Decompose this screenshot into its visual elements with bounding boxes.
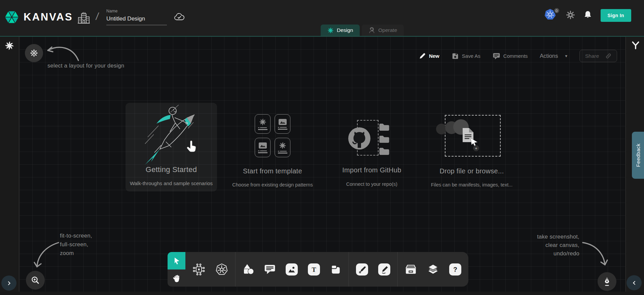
pen-tool[interactable] [356, 263, 368, 276]
cloud-saved-icon [174, 13, 185, 23]
bottom-strip [0, 292, 644, 295]
design-name-input[interactable] [106, 15, 167, 25]
getting-started-title: Getting Started [126, 165, 217, 174]
meshery-spiral-icon[interactable] [5, 41, 14, 50]
save-as-label: Save As [462, 53, 480, 59]
help-tool[interactable]: ? [449, 263, 461, 276]
image-icon [258, 142, 267, 149]
save-floppy-icon [452, 52, 459, 60]
name-label: Name [106, 9, 167, 13]
screenshot-hint-text: take screenshot, clear canvas, undo/redo [537, 233, 579, 258]
template-subtitle: Choose from existing design patterns [222, 182, 323, 187]
github-octocat-icon [348, 127, 371, 150]
screenshot-hint-arrow [581, 240, 609, 269]
layout-asterisk-icon [30, 49, 38, 57]
kanvas-app: KANVAS / Name [0, 0, 644, 295]
tab-operate[interactable]: Operate [362, 25, 404, 36]
brand-logo[interactable]: KANVAS [4, 9, 73, 25]
comments-button[interactable]: Comments [493, 52, 528, 60]
design-spiral-icon [327, 27, 334, 34]
pan-tool-button[interactable] [168, 269, 185, 287]
brand-name: KANVAS [24, 11, 73, 23]
tab-design-label: Design [337, 27, 353, 33]
expand-right-panel-button[interactable] [627, 275, 642, 290]
select-arrow-icon [173, 257, 181, 265]
kanvas-hexagon-icon [4, 9, 20, 25]
image-tool[interactable] [286, 263, 298, 276]
drop-title: Drop file or browse... [425, 167, 519, 175]
pencil-new-icon [419, 52, 426, 59]
new-button[interactable]: New [419, 52, 439, 59]
feedback-label: Feedback [635, 143, 641, 167]
header-right-cluster: 0 [544, 8, 631, 23]
note-tool[interactable] [330, 264, 342, 275]
start-from-template-card[interactable]: Start from template Choose from existing… [222, 114, 323, 193]
actions-dropdown[interactable]: Actions ▾ [540, 53, 567, 59]
pen-nib-icon [602, 276, 612, 287]
getting-started-card[interactable]: Getting Started Walk-throughs and sample… [126, 103, 217, 192]
share-label: Share [585, 53, 599, 59]
template-tile [255, 114, 271, 134]
zoom-controls-button[interactable] [26, 271, 45, 290]
layout-hint-text: select a layout for your design [47, 62, 124, 69]
kubernetes-context-button[interactable]: 0 [544, 8, 557, 23]
whiteboard-actions-button[interactable] [598, 272, 616, 291]
shapes-tool[interactable] [243, 264, 254, 275]
template-tiles [255, 114, 290, 157]
settings-gear-icon[interactable] [566, 10, 575, 21]
svg-text:?: ? [453, 265, 457, 273]
pencil-tool[interactable] [378, 263, 390, 276]
svg-text:T: T [312, 266, 316, 273]
text-tool[interactable]: T [308, 263, 320, 276]
drop-subtitle: Files can be manifests, images, text... [425, 182, 519, 187]
merge-y-icon[interactable] [631, 41, 640, 50]
expand-left-panel-button[interactable] [1, 276, 16, 291]
select-tool-button[interactable] [168, 252, 185, 269]
caret-down-icon: ▾ [565, 53, 567, 58]
notifications-bell-icon[interactable] [584, 10, 592, 20]
github-title: Import from GitHub [323, 166, 421, 174]
save-as-button[interactable]: Save As [452, 52, 480, 60]
organization-icon[interactable] [77, 11, 90, 26]
folder-icon [379, 123, 390, 132]
operate-headset-icon [368, 27, 375, 34]
spiral-icon [259, 118, 266, 126]
comment-tool[interactable] [264, 264, 276, 275]
layout-button[interactable] [25, 44, 43, 62]
breadcrumb-slash: / [95, 11, 100, 22]
drawer-tool[interactable] [405, 264, 417, 275]
tab-design[interactable]: Design [321, 25, 360, 36]
feedback-tab[interactable]: Feedback [632, 132, 644, 179]
share-button[interactable]: Share [579, 50, 617, 62]
comments-icon [493, 52, 500, 60]
image-icon [278, 119, 287, 125]
plus-badge-icon: + [473, 145, 479, 151]
pointer-tools [168, 252, 185, 287]
header-divider [0, 36, 644, 37]
folder-icon [379, 135, 390, 144]
template-title: Start from template [222, 167, 323, 175]
sign-in-button[interactable]: Sign In [601, 9, 631, 22]
chevron-right-icon [6, 281, 12, 286]
template-tile [275, 114, 290, 134]
zoom-hint-arrow [32, 240, 62, 271]
layout-hint-arrow [43, 40, 82, 64]
left-sidebar [0, 37, 19, 292]
tool-dock: T [168, 252, 468, 287]
integrations-tool[interactable] [192, 263, 205, 276]
spiral-icon [279, 142, 286, 149]
kubernetes-tool[interactable] [215, 263, 228, 276]
design-name-field: Name [106, 9, 167, 25]
drop-file-card[interactable]: + Drop file or browse... Files can be ma… [425, 114, 519, 192]
kubernetes-count-badge: 0 [553, 7, 560, 14]
mode-tabs: Design Operate [321, 25, 404, 36]
zoom-hint-text: fit-to-screen, full-screen, zoom [60, 231, 92, 257]
pan-hand-icon [173, 274, 181, 283]
import-from-github-card[interactable]: Import from GitHub Connect to your repo(… [323, 116, 421, 193]
template-tile [255, 138, 271, 157]
chevron-left-icon [632, 280, 637, 286]
layers-tool[interactable] [427, 264, 439, 275]
folder-icon [379, 147, 390, 156]
template-tile [275, 138, 290, 157]
tab-operate-label: Operate [378, 27, 397, 33]
